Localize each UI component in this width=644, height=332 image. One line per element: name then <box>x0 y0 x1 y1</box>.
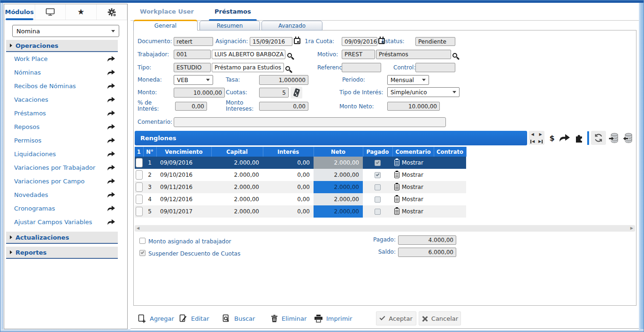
section-actualizaciones[interactable]: Actualizaciones <box>6 232 118 244</box>
scroll-left-icon[interactable]: ◀ <box>137 226 139 230</box>
col-neto[interactable]: Neto <box>314 147 363 157</box>
sidebar-item-variaciones-trabajador[interactable]: Variaciones por Trabajador <box>6 161 118 174</box>
cuotas-field[interactable]: 5 <box>259 88 289 98</box>
post-button[interactable] <box>559 131 571 145</box>
trabajador-code-field[interactable]: 001 <box>174 50 211 59</box>
tab-prestamos[interactable]: Préstamos <box>209 8 257 15</box>
sidebar-item-novedades[interactable]: Novedades <box>6 188 118 202</box>
row-select-cell[interactable] <box>135 205 143 218</box>
tipo-code-field[interactable]: ESTUDIO <box>174 63 211 72</box>
control-field[interactable] <box>415 63 455 72</box>
monto-asignado-checkbox[interactable] <box>139 238 146 244</box>
col-numero[interactable]: N° <box>143 147 156 157</box>
cell-comentario[interactable]: Mostrar <box>392 193 434 205</box>
pagado-checkbox[interactable] <box>375 196 381 203</box>
module-dropdown[interactable]: Nomina <box>12 25 119 37</box>
asignacion-field[interactable]: 15/09/2016 <box>250 37 292 46</box>
table-row[interactable]: 2 09/10/2016 2.000,00 0,00 2.000,00 Most… <box>135 169 466 181</box>
nav-first-button[interactable]: ◀ <box>529 139 537 143</box>
col-capital[interactable]: Capital <box>211 147 263 157</box>
horizontal-scrollbar[interactable]: ◀ ▶ <box>135 225 635 232</box>
editar-button[interactable]: Editar <box>179 312 209 325</box>
pagado-checkbox[interactable] <box>375 209 381 215</box>
mostrar-link[interactable]: Mostrar <box>402 208 423 215</box>
cell-pagado[interactable] <box>363 193 392 205</box>
search-icon[interactable] <box>285 64 290 73</box>
tab-favorites[interactable]: ★ <box>66 4 97 20</box>
table-row[interactable]: 3 09/11/2016 2.000,00 0,00 2.000,00 Most… <box>135 181 466 193</box>
pagado-checkbox[interactable] <box>375 160 381 166</box>
monto-intereses-field[interactable]: 0,00 <box>259 102 308 111</box>
cell-pagado[interactable] <box>363 157 392 169</box>
motivo-name-field[interactable]: Préstamos <box>376 50 451 59</box>
plugin-button[interactable] <box>573 131 585 145</box>
row-checkbox[interactable] <box>136 182 143 192</box>
imprimir-button[interactable]: Imprimir <box>314 312 352 325</box>
sidebar-item-vacaciones[interactable]: Vacaciones <box>6 93 118 106</box>
trabajador-name-field[interactable]: LUIS ALBERTO BARBOZA <box>212 50 285 59</box>
mostrar-link[interactable]: Mostrar <box>402 172 423 178</box>
nav-prev-button[interactable]: ◀ <box>529 132 537 136</box>
sidebar-item-liquidaciones[interactable]: Liquidaciones <box>6 147 118 161</box>
generate-cuotas-button[interactable] <box>291 87 302 98</box>
sidebar-item-variaciones-campo[interactable]: Variaciones por Campo <box>6 174 118 188</box>
subtab-resumen[interactable]: Resumen <box>199 21 260 30</box>
subtab-avanzado[interactable]: Avanzado <box>261 21 322 30</box>
aceptar-button[interactable]: Aceptar <box>376 311 416 325</box>
pct-interes-field[interactable]: 0,00 <box>175 102 207 111</box>
search-icon[interactable] <box>287 51 292 60</box>
sidebar-item-permisos[interactable]: Permisos <box>6 134 118 147</box>
sidebar-item-reposos[interactable]: Reposos <box>6 120 118 134</box>
col-interes[interactable]: Interés <box>263 147 314 157</box>
col-vencimiento[interactable]: Vencimiento <box>156 147 211 157</box>
mostrar-link[interactable]: Mostrar <box>402 196 423 203</box>
suspender-checkbox[interactable] <box>139 250 146 256</box>
table-row[interactable]: 1 09/09/2016 2.000,00 0,00 2.000,00 Most… <box>135 157 466 169</box>
row-select-cell[interactable] <box>135 169 143 181</box>
row-checkbox[interactable] <box>136 207 143 216</box>
db-export-button[interactable] <box>608 131 621 145</box>
mostrar-link[interactable]: Mostrar <box>402 184 423 190</box>
tasa-field[interactable]: 1,000000 <box>259 75 308 85</box>
pagado-checkbox[interactable] <box>375 184 381 190</box>
sidebar-item-recibos[interactable]: Recibos de Nóminas <box>6 79 118 93</box>
cell-comentario[interactable]: Mostrar <box>392 169 434 181</box>
referencia-field[interactable] <box>342 63 381 72</box>
tab-modules[interactable]: Módulos <box>4 4 35 20</box>
motivo-code-field[interactable]: PREST <box>342 50 375 59</box>
section-reportes[interactable]: Reportes <box>6 247 118 259</box>
row-checkbox[interactable] <box>136 195 143 204</box>
refresh-button[interactable] <box>591 131 606 145</box>
moneda-select[interactable]: VEB <box>174 75 213 85</box>
scroll-right-icon[interactable]: ▶ <box>630 226 633 230</box>
row-select-cell[interactable] <box>135 157 143 169</box>
col-contrato[interactable]: Contrato <box>434 147 466 157</box>
row-checkbox[interactable] <box>136 158 143 167</box>
subtab-general[interactable]: General <box>133 20 198 30</box>
cell-comentario[interactable]: Mostrar <box>392 181 434 193</box>
section-operaciones[interactable]: Operaciones <box>6 40 118 52</box>
buscar-button[interactable]: Buscar <box>222 312 255 325</box>
sidebar-item-prestamos[interactable]: Préstamos <box>6 106 118 120</box>
monto-asignado-label[interactable]: Monto asignado al trabajador <box>148 238 231 245</box>
sidebar-item-work-place[interactable]: Work Place <box>6 52 118 66</box>
row-select-cell[interactable] <box>135 193 143 205</box>
pagado-checkbox[interactable] <box>375 172 381 178</box>
nav-last-button[interactable]: ▶ <box>537 139 544 143</box>
cell-pagado[interactable] <box>363 169 392 181</box>
tipo-interes-select[interactable]: Simple/unico <box>387 87 460 97</box>
row-checkbox[interactable] <box>136 170 143 180</box>
agregar-button[interactable]: Agregar <box>138 312 174 325</box>
periodo-select[interactable]: Mensual <box>387 75 429 85</box>
nav-next-button[interactable]: ▶ <box>537 132 544 136</box>
primera-cuota-field[interactable]: 09/09/2016 <box>342 37 377 46</box>
cell-pagado[interactable] <box>363 205 392 218</box>
currency-button[interactable]: $ <box>548 131 556 145</box>
col-select[interactable]: 1 <box>135 147 143 157</box>
documento-field[interactable]: retert <box>174 37 213 46</box>
db-import-button[interactable] <box>622 131 635 145</box>
sidebar-item-cronogramas[interactable]: Cronogramas <box>6 202 118 215</box>
sidebar-item-nominas[interactable]: Nóminas <box>6 66 118 79</box>
sidebar-item-ajustar-campos[interactable]: Ajustar Campos Variables <box>6 215 118 229</box>
col-comentario[interactable]: Comentario <box>392 147 434 157</box>
